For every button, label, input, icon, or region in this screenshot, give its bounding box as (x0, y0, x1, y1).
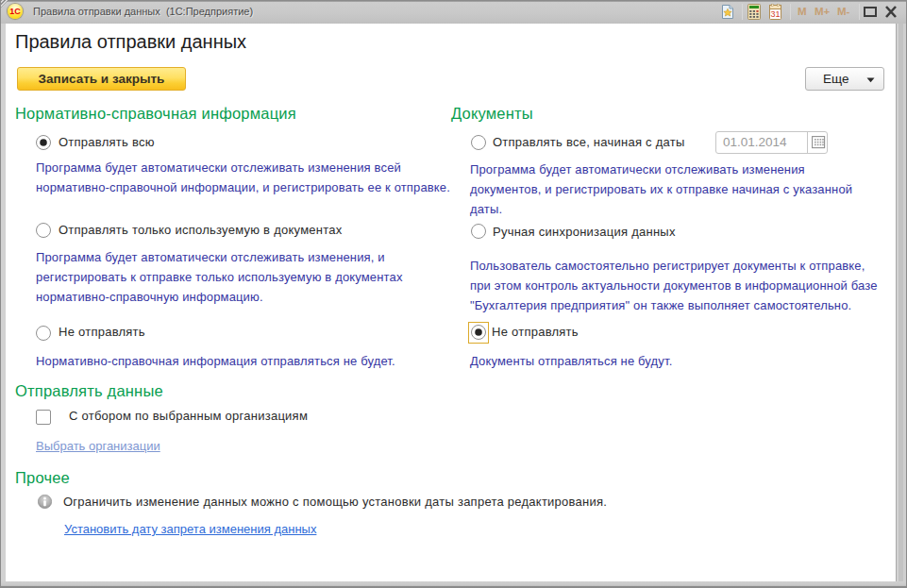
svg-text:31: 31 (770, 9, 780, 19)
